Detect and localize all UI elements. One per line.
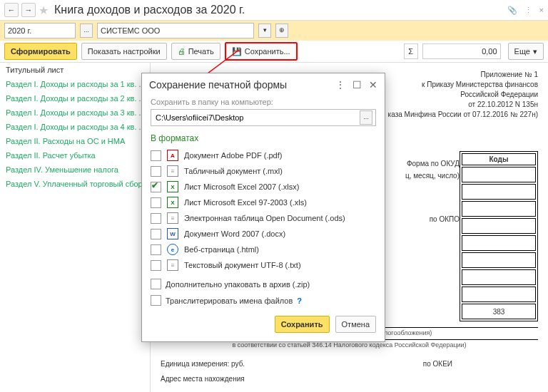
format-row[interactable]: ≡Табличный документ (.mxl) [151,163,376,179]
dialog-menu-icon[interactable]: ⋮ [335,79,345,91]
sum-field: 0,00 [422,43,501,59]
txt-icon: ≡ [167,259,178,271]
format-checkbox[interactable] [151,182,161,192]
format-row[interactable]: ≡Электронная таблица Open Document (.ods… [151,210,376,226]
dialog-maximize-icon[interactable]: ☐ [352,79,362,91]
format-checkbox[interactable] [151,260,161,271]
dialog-save-button[interactable]: Сохранить [275,316,330,333]
path-input[interactable] [154,113,357,123]
sidebar-item[interactable]: Раздел II. Расходы на ОС и НМА [0,134,150,148]
more-button[interactable]: Еще ▾ [508,43,544,60]
close-icon[interactable]: × [539,6,544,15]
codes-table: Коды 383 [460,151,538,321]
sidebar-item[interactable]: Раздел I. Доходы и расходы за 3 кв. . [0,105,150,120]
format-label: Табличный документ (.mxl) [184,167,283,175]
window-controls: 📎 ⋮ × [507,6,544,15]
titlebar: ← → ★ Книга доходов и расходов за 2020 г… [0,0,548,21]
format-label: Лист Microsoft Excel 97-2003 (.xls) [184,198,307,207]
path-label: Сохранить в папку на компьютер: [151,98,376,106]
format-label: Лист Microsoft Excel 2007 (.xlsx) [184,182,299,191]
measure-unit: Единица измерения: руб. [161,360,245,368]
zip-option[interactable]: Дополнительно упаковать в архив (.zip) [151,279,376,289]
dialog-close-icon[interactable]: ✕ [369,79,377,91]
sidebar-item[interactable]: Раздел I. Доходы и расходы за 4 кв. . [0,120,150,134]
html-icon: e [167,244,178,255]
format-label: Документ Word 2007 (.docx) [184,229,285,238]
format-checkbox[interactable] [151,244,161,255]
sidebar-item[interactable]: Раздел I. Доходы и расходы за 1 кв. . [0,77,150,91]
favorite-icon[interactable]: ★ [39,4,49,17]
format-row[interactable]: ≡Текстовый документ UTF-8 (.txt) [151,257,376,273]
sum-icon[interactable]: Σ [404,43,418,59]
period-picker-button[interactable]: ... [80,24,93,38]
format-checkbox[interactable] [151,150,161,161]
toolbar: Сформировать Показать настройки 🖨Печать … [0,41,548,63]
path-field[interactable]: ... [151,109,376,126]
format-label: Текстовый документ UTF-8 (.txt) [184,261,301,269]
back-button[interactable]: ← [4,3,19,17]
ods-icon: ≡ [167,212,178,224]
translit-option[interactable]: Транслитерировать имена файлов? [151,295,376,306]
sidebar-item[interactable]: Раздел I. Доходы и расходы за 2 кв. . [0,91,150,105]
attach-icon[interactable]: 📎 [507,6,517,15]
sidebar-item[interactable]: Раздел V. Уплаченный торговый сбор [0,177,150,191]
dialog-cancel-button[interactable]: Отмена [335,316,376,333]
address-label: Адрес места нахождения [161,375,538,383]
sidebar-item[interactable]: Титульный лист [0,63,150,77]
save-button[interactable]: 💾Сохранить... [225,42,298,61]
format-checkbox[interactable] [151,213,161,224]
formats-heading: В форматах [151,133,376,143]
org-picker-button[interactable]: ⊕ [275,24,288,38]
print-button[interactable]: 🖨Печать [171,43,220,60]
save-dialog: Сохранение печатной формы ⋮ ☐ ✕ Сохранит… [141,73,385,342]
format-row[interactable]: XЛист Microsoft Excel 97-2003 (.xls) [151,195,376,210]
format-checkbox[interactable] [151,229,161,239]
settings-button[interactable]: Показать настройки [81,43,167,60]
okei-label: по ОКЕИ [423,360,452,368]
browse-button[interactable]: ... [360,110,372,125]
docx-icon: W [167,228,178,239]
printer-icon: 🖨 [178,47,186,56]
sidebar-item[interactable]: Раздел II. Расчет убытка [0,148,150,163]
format-label: Электронная таблица Open Document (.ods) [184,214,345,222]
format-row[interactable]: WДокумент Word 2007 (.docx) [151,226,376,242]
form-button[interactable]: Сформировать [4,43,77,60]
format-label: Веб-страница (.html) [184,245,259,254]
disk-icon: 💾 [232,47,242,56]
format-row[interactable]: AДокумент Adobe PDF (.pdf) [151,148,376,163]
dialog-titlebar: Сохранение печатной формы ⋮ ☐ ✕ [142,73,385,96]
format-label: Документ Adobe PDF (.pdf) [184,151,282,160]
org-clear-button[interactable]: ▾ [258,24,271,38]
period-field[interactable]: 2020 г. [4,23,76,38]
format-checkbox[interactable] [151,166,161,177]
pdf-icon: A [167,150,178,161]
page-title: Книга доходов и расходов за 2020 г. [54,4,245,16]
chevron-down-icon: ▾ [533,47,537,56]
sidebar-item[interactable]: Раздел IV. Уменьшение налога [0,163,150,177]
xlsx-icon: X [167,181,178,192]
org-field[interactable]: СИСТЕМС ООО [97,23,254,38]
mxl-icon: ≡ [167,165,178,177]
format-row[interactable]: XЛист Microsoft Excel 2007 (.xlsx) [151,179,376,195]
format-checkbox[interactable] [151,197,161,208]
menu-icon[interactable]: ⋮ [524,6,532,15]
help-icon[interactable]: ? [297,296,302,305]
dialog-title: Сохранение печатной формы [149,79,287,91]
format-row[interactable]: eВеб-страница (.html) [151,242,376,257]
xlsx-icon: X [167,197,178,208]
filter-bar: 2020 г. ... СИСТЕМС ООО ▾ ⊕ [0,21,548,41]
law-caption: в соответствии со статьей 346.14 Налогов… [161,341,538,349]
sidebar: Титульный листРаздел I. Доходы и расходы… [0,63,151,392]
forward-button[interactable]: → [21,3,36,17]
